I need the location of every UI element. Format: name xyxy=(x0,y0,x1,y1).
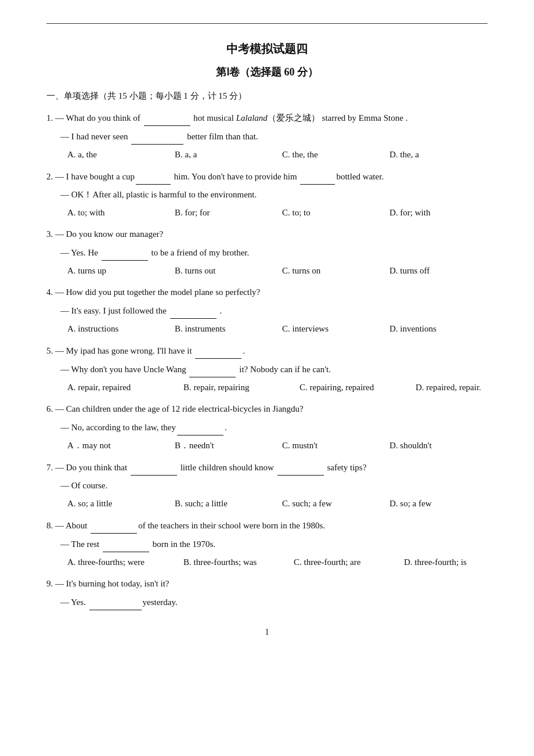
q1-optD: D. the, a xyxy=(389,147,497,163)
q4-optA: A. instructions xyxy=(67,321,175,337)
q5-line2: — Why don't you have Uncle Wang it? Nobo… xyxy=(60,361,488,377)
q7-optA: A. so; a little xyxy=(67,496,175,512)
q1-optA: A. a, the xyxy=(67,147,175,163)
q4-line2: — It's easy. I just followed the . xyxy=(60,303,488,319)
q8-line1: 8. — About of the teachers in their scho… xyxy=(46,517,488,534)
q6-line1: 6. — Can children under the age of 12 ri… xyxy=(46,401,488,417)
q8-optD: D. three-fourth; is xyxy=(404,555,511,570)
question-1: 1. — What do you think of hot musical La… xyxy=(46,110,488,163)
question-2: 2. — I have bought a cup him. You don't … xyxy=(46,168,488,221)
q5-options: A. repair, repaired B. repair, repairing… xyxy=(67,380,488,395)
main-title: 中考模拟试题四 xyxy=(46,41,488,57)
q1-line2: — I had never seen better film than that… xyxy=(60,128,488,145)
q4-optB: B. instruments xyxy=(175,321,282,337)
q4-optD: D. inventions xyxy=(389,321,497,337)
q5-blank1 xyxy=(195,343,241,359)
q8-blank1 xyxy=(91,517,137,534)
q2-blank2 xyxy=(300,168,335,185)
q5-line1: 5. — My ipad has gone wrong. I'll have i… xyxy=(46,343,488,359)
q3-optB: B. turns out xyxy=(175,263,282,279)
sub-title: 第Ⅰ卷（选择题 60 分） xyxy=(46,65,488,79)
q8-line2: — The rest born in the 1970s. xyxy=(60,536,488,552)
q2-line1: 2. — I have bought a cup him. You don't … xyxy=(46,168,488,185)
q7-optD: D. so; a few xyxy=(389,496,497,512)
q5-optA: A. repair, repaired xyxy=(67,380,183,395)
q6-optD: D. shouldn't xyxy=(389,438,497,453)
q8-optB: B. three-fourths; was xyxy=(183,555,294,570)
q3-line2: — Yes. He to be a friend of my brother. xyxy=(60,244,488,261)
q3-optC: C. turns on xyxy=(282,263,389,279)
q4-blank1 xyxy=(170,303,217,319)
q7-line1: 7. — Do you think that little children s… xyxy=(46,459,488,476)
q7-optC: C. such; a few xyxy=(282,496,389,512)
page-number: 1 xyxy=(46,628,488,637)
q1-options: A. a, the B. a, a C. the, the D. the, a xyxy=(67,147,488,163)
q7-line2: — Of course. xyxy=(60,478,488,494)
q3-optA: A. turns up xyxy=(67,263,175,279)
q2-blank1 xyxy=(136,168,171,185)
q9-blank1 xyxy=(89,594,142,610)
q1-optC: C. the, the xyxy=(282,147,389,163)
q7-options: A. so; a little B. such; a little C. suc… xyxy=(67,496,488,512)
q1-blank1 xyxy=(144,110,190,126)
question-5: 5. — My ipad has gone wrong. I'll have i… xyxy=(46,343,488,395)
q6-optA: A．may not xyxy=(67,438,175,453)
q6-options: A．may not B．needn't C. mustn't D. should… xyxy=(67,438,488,453)
q3-blank1 xyxy=(102,244,148,261)
question-4: 4. — How did you put together the model … xyxy=(46,285,488,337)
q4-options: A. instructions B. instruments C. interv… xyxy=(67,321,488,337)
q7-blank1 xyxy=(131,459,177,476)
q3-line1: 3. — Do you know our manager? xyxy=(46,226,488,242)
top-divider xyxy=(46,23,488,24)
q1-blank2 xyxy=(131,128,183,145)
q2-optB: B. for; for xyxy=(175,205,282,221)
question-3: 3. — Do you know our manager? — Yes. He … xyxy=(46,226,488,279)
q4-line1: 4. — How did you put together the model … xyxy=(46,285,488,300)
q9-line2: — Yes. yesterday. xyxy=(60,594,488,610)
q8-optC: C. three-fourth; are xyxy=(294,555,404,570)
q7-blank2 xyxy=(277,459,324,476)
q2-optA: A. to; with xyxy=(67,205,175,221)
q8-optA: A. three-fourths; were xyxy=(67,555,183,570)
question-9: 9. — It's burning hot today, isn't it? —… xyxy=(46,576,488,610)
q6-line2: — No, according to the law, they . xyxy=(60,419,488,435)
q5-optD: D. repaired, repair. xyxy=(416,380,523,395)
q3-options: A. turns up B. turns out C. turns on D. … xyxy=(67,263,488,279)
q6-optC: C. mustn't xyxy=(282,438,389,453)
q8-options: A. three-fourths; were B. three-fourths;… xyxy=(67,555,488,570)
q5-optB: B. repair, repairing xyxy=(183,380,300,395)
q8-blank2 xyxy=(103,536,149,552)
q7-optB: B. such; a little xyxy=(175,496,282,512)
q9-line1: 9. — It's burning hot today, isn't it? xyxy=(46,576,488,592)
q2-line2: — OK！After all, plastic is harmful to th… xyxy=(60,187,488,203)
q6-blank1 xyxy=(177,419,223,435)
q5-optC: C. repairing, repaired xyxy=(300,380,416,395)
q1-optB: B. a, a xyxy=(175,147,282,163)
section-header: 一、单项选择（共 15 小题；每小题 1 分，计 15 分） xyxy=(46,91,488,102)
q2-optD: D. for; with xyxy=(389,205,497,221)
question-7: 7. — Do you think that little children s… xyxy=(46,459,488,512)
q1-line1: 1. — What do you think of hot musical La… xyxy=(46,110,488,126)
question-6: 6. — Can children under the age of 12 ri… xyxy=(46,401,488,453)
q2-options: A. to; with B. for; for C. to; to D. for… xyxy=(67,205,488,221)
q4-optC: C. interviews xyxy=(282,321,389,337)
q2-optC: C. to; to xyxy=(282,205,389,221)
q6-optB: B．needn't xyxy=(175,438,282,453)
q3-optD: D. turns off xyxy=(389,263,497,279)
question-8: 8. — About of the teachers in their scho… xyxy=(46,517,488,570)
q5-blank2 xyxy=(189,361,236,377)
